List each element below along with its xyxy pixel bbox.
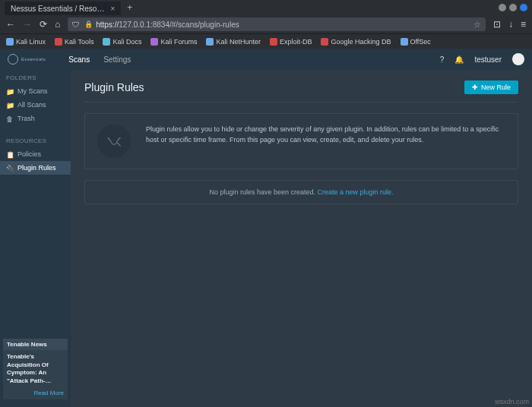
bookmark-exploit-db[interactable]: Exploit-DB — [270, 38, 312, 46]
forward-icon[interactable]: → — [23, 19, 32, 30]
policies-icon: 📋 — [6, 151, 13, 158]
home-icon[interactable]: ⌂ — [55, 19, 60, 30]
window-controls — [499, 4, 527, 11]
tab-title: Nessus Essentials / Reso… — [11, 5, 104, 13]
page-header: Plugin Rules ✚ New Rule — [84, 80, 518, 103]
logo-icon — [8, 54, 18, 65]
back-icon[interactable]: ← — [6, 19, 15, 30]
bookmark-star-icon[interactable]: ☆ — [473, 20, 481, 30]
info-text: Plugin rules allow you to hide or change… — [146, 125, 505, 145]
plugin-icon: 🔌 — [6, 165, 13, 172]
close-window-button[interactable] — [520, 4, 527, 11]
help-icon[interactable]: ? — [440, 55, 445, 64]
notifications-icon[interactable]: 🔔 — [454, 55, 464, 64]
news-header: Tenable News — [3, 339, 68, 350]
bookmark-google-hacking-db[interactable]: Google Hacking DB — [321, 38, 391, 46]
close-tab-icon[interactable]: × — [110, 5, 115, 13]
bookmark-kali-docs[interactable]: Kali Docs — [103, 38, 141, 46]
url-text: 127.0.0.1:8834/#/scans/plugin-rules — [119, 21, 239, 29]
maximize-button[interactable] — [509, 4, 517, 11]
plugin-large-icon — [97, 125, 131, 158]
folder-icon: 📁 — [6, 102, 13, 109]
sidebar-my-scans[interactable]: 📁My Scans — [0, 84, 71, 98]
sidebar-policies[interactable]: 📋Policies — [0, 147, 71, 161]
news-read-more[interactable]: Read More — [3, 388, 68, 399]
url-bar[interactable]: 🛡 🔒 https://127.0.0.1:8834/#/scans/plugi… — [68, 17, 486, 31]
plus-icon: ✚ — [472, 84, 478, 91]
trash-icon: 🗑 — [6, 115, 13, 122]
new-rule-button[interactable]: ✚ New Rule — [464, 80, 518, 94]
shield-icon: 🛡 — [72, 21, 80, 29]
bookmark-kali-forums[interactable]: Kali Forums — [150, 38, 197, 46]
news-widget: Tenable News Tenable's Acquisition Of Cy… — [3, 339, 68, 399]
primary-nav: Scans Settings — [68, 55, 131, 64]
nav-scans[interactable]: Scans — [68, 55, 90, 64]
bookmark-offsec[interactable]: OffSec — [401, 38, 431, 46]
minimize-button[interactable] — [499, 4, 506, 11]
browser-nav-bar: ← → ⟳ ⌂ 🛡 🔒 https://127.0.0.1:8834/#/sca… — [0, 15, 532, 33]
sidebar-resources-header: RESOURCES — [0, 133, 71, 147]
sidebar-folders-header: FOLDERS — [0, 70, 71, 84]
nav-settings[interactable]: Settings — [103, 55, 131, 64]
bookmarks-bar: Kali Linux Kali Tools Kali Docs Kali For… — [0, 33, 532, 49]
sidebar-all-scans[interactable]: 📁All Scans — [0, 98, 71, 112]
username[interactable]: testuser — [474, 55, 502, 64]
folder-icon: 📁 — [6, 88, 13, 95]
main-content: Plugin Rules ✚ New Rule Plugin rules all… — [71, 70, 532, 407]
reload-icon[interactable]: ⟳ — [40, 19, 47, 30]
downloads-icon[interactable]: ↓ — [508, 19, 513, 30]
lock-icon: 🔒 — [84, 21, 93, 28]
browser-tab[interactable]: Nessus Essentials / Reso… × — [5, 2, 121, 15]
bookmark-kali-nethunter[interactable]: Kali NetHunter — [206, 38, 261, 46]
empty-state: No plugin rules have been created. Creat… — [84, 180, 518, 204]
menu-icon[interactable]: ≡ — [521, 19, 526, 30]
page-title: Plugin Rules — [84, 81, 144, 93]
bookmark-kali-linux[interactable]: Kali Linux — [6, 38, 46, 46]
news-title[interactable]: Tenable's Acquisition Of Cymptom: An "At… — [3, 350, 68, 388]
user-area: ? 🔔 testuser — [440, 53, 524, 65]
info-panel: Plugin rules allow you to hide or change… — [84, 113, 518, 169]
sidebar-plugin-rules[interactable]: 🔌Plugin Rules — [0, 161, 71, 175]
watermark: wsxdn.com — [495, 398, 529, 405]
pocket-icon[interactable]: ⊡ — [493, 19, 501, 30]
new-tab-button[interactable]: + — [127, 2, 132, 13]
brand-edition: Essentials — [21, 57, 46, 62]
empty-text: No plugin rules have been created. — [209, 188, 317, 196]
sidebar-trash[interactable]: 🗑Trash — [0, 112, 71, 125]
app-header: nessus Essentials Scans Settings ? 🔔 tes… — [0, 49, 532, 70]
bookmark-kali-tools[interactable]: Kali Tools — [55, 38, 93, 46]
app-logo[interactable]: nessus Essentials — [8, 54, 46, 65]
window-tab-bar: Nessus Essentials / Reso… × + — [0, 0, 532, 15]
create-plugin-rule-link[interactable]: Create a new plugin rule. — [318, 188, 394, 196]
avatar[interactable] — [512, 53, 524, 65]
